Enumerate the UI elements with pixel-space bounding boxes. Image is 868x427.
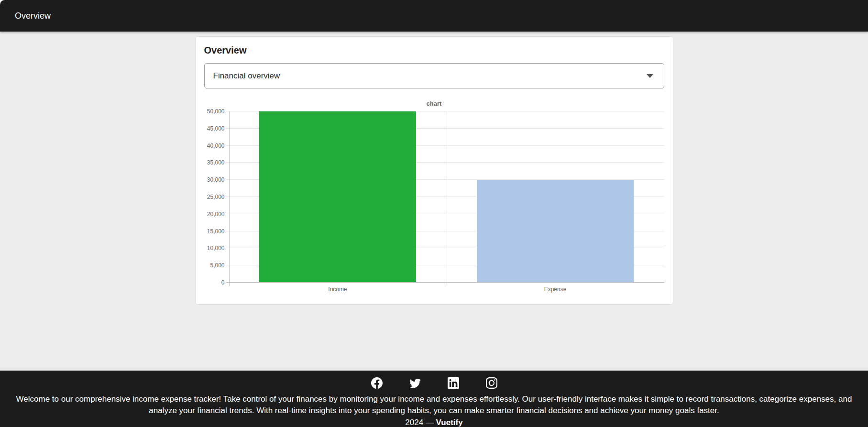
overview-select[interactable]: Financial overview <box>204 63 664 88</box>
footer: Welcome to our comprehensive income expe… <box>0 371 868 427</box>
y-tick-label: 20,000 <box>207 211 225 217</box>
twitter-link[interactable] <box>409 377 421 389</box>
linkedin-icon <box>448 377 459 389</box>
y-tick-label: 50,000 <box>207 109 225 114</box>
y-tick-label: 25,000 <box>207 194 225 200</box>
main-content: Overview Financial overview chart 05,000… <box>0 32 868 371</box>
overview-card: Overview Financial overview chart 05,000… <box>195 36 673 305</box>
facebook-icon <box>371 377 383 389</box>
category-separator <box>447 111 447 286</box>
x-tick-label: Expense <box>544 286 567 293</box>
facebook-link[interactable] <box>371 377 383 389</box>
chart-title: chart <box>204 100 664 107</box>
y-tick-label: 45,000 <box>207 126 225 131</box>
chart: chart 05,00010,00015,00020,00025,00030,0… <box>204 100 664 296</box>
y-tick-label: 30,000 <box>207 177 225 183</box>
footer-description: Welcome to our comprehensive income expe… <box>0 394 868 416</box>
y-tick-label: 5,000 <box>210 263 224 268</box>
footer-copyright: 2024 — Vuetify <box>0 417 868 427</box>
bar-expense[interactable] <box>477 180 634 283</box>
chevron-down-icon <box>647 74 653 78</box>
y-tick-label: 40,000 <box>207 143 225 149</box>
app-bar-title: Overview <box>15 11 51 21</box>
y-tick-label: 10,000 <box>207 245 225 251</box>
instagram-link[interactable] <box>485 377 498 389</box>
chart-body: 05,00010,00015,00020,00025,00030,00035,0… <box>204 111 664 283</box>
gridline <box>229 282 664 283</box>
social-icons-row <box>0 377 868 389</box>
y-tick-label: 0 <box>221 280 225 285</box>
brand-name: Vuetify <box>436 418 463 427</box>
app-bar: Overview <box>0 0 868 32</box>
chart-y-axis: 05,00010,00015,00020,00025,00030,00035,0… <box>204 111 229 283</box>
bar-income[interactable] <box>259 111 416 283</box>
copyright-year: 2024 — <box>405 418 436 427</box>
chart-x-axis: IncomeExpense <box>229 286 664 296</box>
y-tick-label: 35,000 <box>207 160 225 165</box>
select-value: Financial overview <box>213 71 280 81</box>
instagram-icon <box>486 377 497 389</box>
y-tick-label: 15,000 <box>207 229 225 234</box>
y-axis-line <box>229 111 230 286</box>
chart-plot[interactable] <box>229 111 664 283</box>
linkedin-link[interactable] <box>447 377 460 389</box>
x-tick-label: Income <box>328 286 347 293</box>
twitter-icon <box>409 377 421 389</box>
card-title: Overview <box>204 45 664 56</box>
